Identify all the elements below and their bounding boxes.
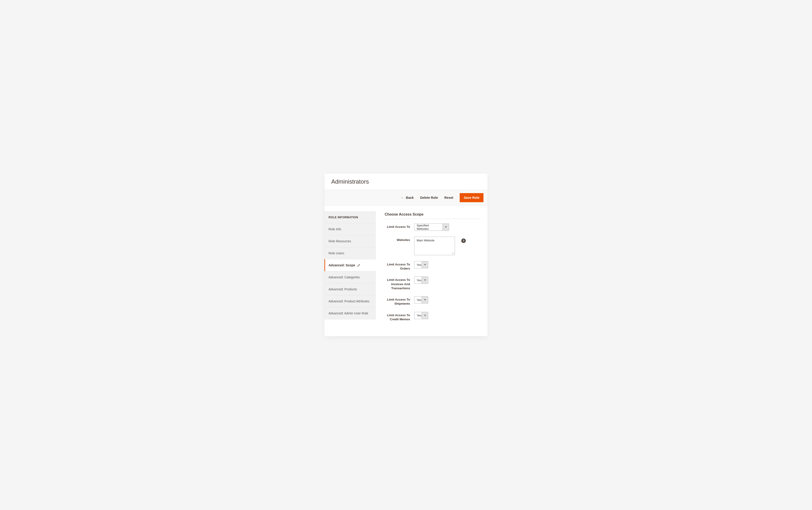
sidebar-item-label: Advanced: Product Attributes: [329, 300, 369, 303]
sidebar-item-role-info[interactable]: Role Info: [325, 223, 375, 235]
sidebar-item-advanced-product-attributes[interactable]: Advanced: Product Attributes: [325, 295, 375, 307]
panel-header: Administrators: [325, 174, 487, 188]
sidebar-item-label: Advanced: Products: [329, 287, 357, 291]
sidebar-item-label: Role Info: [329, 227, 341, 231]
limit-orders-select[interactable]: Yes: [414, 261, 428, 268]
field-websites: Websites Main Website ?: [385, 237, 481, 255]
sidebar-item-advanced-categories[interactable]: Advanced: Categories: [325, 271, 375, 283]
sidebar-item-role-resources[interactable]: Role Resources: [325, 235, 375, 247]
chevron-down-icon: [422, 277, 428, 284]
chevron-down-icon: [422, 296, 428, 303]
field-label: Limit Access To Credit Memos: [385, 312, 410, 321]
websites-value: Main Website: [417, 239, 434, 242]
sidebar-item-label: Role Users: [329, 251, 344, 255]
page-title: Administrators: [331, 178, 481, 185]
field-label: Limit Access To Invoices And Transaction…: [385, 277, 410, 290]
chevron-down-icon: [443, 224, 449, 230]
sidebar-item-label: Advanced: Categories: [329, 275, 360, 279]
toolbar: ← Back Delete Role Reset Save Role: [325, 190, 487, 206]
help-icon[interactable]: ?: [461, 238, 466, 243]
pencil-icon: [357, 264, 360, 267]
field-limit-credit-memos: Limit Access To Credit Memos Yes: [385, 312, 481, 321]
select-value: Yes: [414, 277, 422, 284]
select-value: Specified Websites: [414, 224, 443, 230]
sidebar: ROLE INFORMATION Role Info Role Resource…: [325, 211, 375, 327]
limit-credit-memos-select[interactable]: Yes: [414, 312, 428, 319]
reset-button-label: Reset: [444, 196, 453, 199]
content: ROLE INFORMATION Role Info Role Resource…: [325, 206, 487, 336]
field-limit-access-to: Limit Access To Specified Websites: [385, 224, 481, 231]
back-button[interactable]: ← Back: [401, 196, 414, 199]
sidebar-item-advanced-admin-user-role[interactable]: Advanced: Admin User Role: [325, 307, 375, 319]
select-value: Yes: [414, 261, 422, 268]
field-label: Limit Access To Shipments: [385, 296, 410, 306]
field-label: Limit Access To: [385, 224, 410, 229]
chevron-down-icon: [422, 261, 428, 268]
sidebar-item-label: Advanced: Scope: [329, 263, 355, 267]
delete-role-button[interactable]: Delete Role: [420, 196, 438, 199]
arrow-left-icon: ←: [401, 196, 404, 199]
sidebar-item-label: Role Resources: [329, 239, 351, 243]
sidebar-item-role-users[interactable]: Role Users: [325, 247, 375, 259]
limit-access-to-select[interactable]: Specified Websites: [414, 224, 449, 231]
reset-button[interactable]: Reset: [444, 196, 453, 199]
limit-shipments-select[interactable]: Yes: [414, 296, 428, 304]
section-title: Choose Access Scope: [385, 213, 481, 219]
limit-invoices-select[interactable]: Yes: [414, 277, 428, 284]
back-button-label: Back: [406, 196, 414, 199]
field-limit-invoices: Limit Access To Invoices And Transaction…: [385, 277, 481, 290]
save-role-button[interactable]: Save Role: [460, 193, 483, 202]
websites-textarea[interactable]: Main Website: [414, 237, 455, 255]
panel: Administrators ← Back Delete Role Reset …: [325, 174, 487, 336]
sidebar-item-advanced-scope[interactable]: Advanced: Scope: [325, 259, 375, 271]
field-limit-orders: Limit Access To Orders Yes: [385, 261, 481, 271]
field-label: Websites: [385, 237, 410, 242]
select-value: Yes: [414, 312, 422, 319]
chevron-down-icon: [422, 312, 428, 319]
sidebar-item-label: Advanced: Admin User Role: [329, 311, 368, 315]
sidebar-title: ROLE INFORMATION: [325, 211, 375, 223]
sidebar-item-advanced-products[interactable]: Advanced: Products: [325, 283, 375, 295]
select-value: Yes: [414, 296, 422, 303]
save-role-label: Save Role: [464, 196, 479, 199]
main: Choose Access Scope Limit Access To Spec…: [385, 211, 481, 327]
field-limit-shipments: Limit Access To Shipments Yes: [385, 296, 481, 306]
delete-role-label: Delete Role: [420, 196, 438, 199]
field-label: Limit Access To Orders: [385, 261, 410, 271]
